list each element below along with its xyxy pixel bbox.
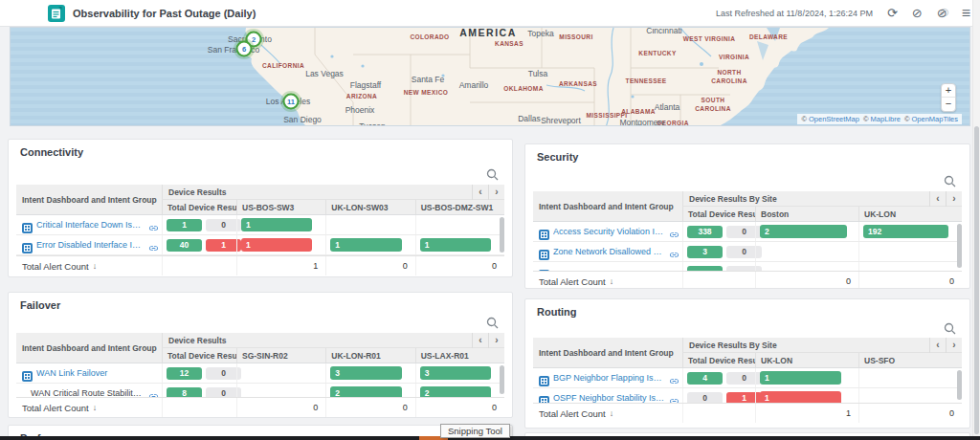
intent-link[interactable]: OSPF Neighbor Stability Issue [553, 393, 665, 403]
attribution-entry: © OpenMapTiles [904, 115, 958, 123]
attribution-link[interactable]: OpenStreetMap [809, 115, 859, 123]
panel-security: Security Intent Dashboard and Intent Gro… [524, 143, 970, 289]
total-alert-value: 0 [415, 256, 504, 275]
sort-descending-icon[interactable]: ↓ [93, 403, 98, 412]
link-icon[interactable] [148, 240, 159, 251]
panel-title: Routing [537, 306, 577, 318]
map-city-label: Atlanta [655, 102, 679, 112]
map-state-label: ALABAMA [621, 108, 656, 117]
intent-dashboard-icon [539, 227, 549, 237]
table-rows-viewport: BGP Neighbor Flapping Issue401OSPF Neigh… [533, 368, 962, 403]
map-city-label: Montgomery [619, 118, 664, 126]
map-city-label: Cincinnati [646, 27, 681, 35]
intent-link[interactable]: Error Disabled Interface Issue [36, 240, 145, 250]
map-city-label: Las Vegas [305, 69, 344, 78]
sort-descending-icon[interactable]: ↓ [610, 276, 614, 286]
intent-table: Intent Dashboard and Intent GroupDevice … [533, 338, 962, 423]
table-scrollbar[interactable] [957, 370, 962, 400]
device-result-bar: 1 [420, 238, 491, 252]
map-cluster-marker[interactable]: 11 [283, 94, 300, 110]
last-refreshed-text: Last Refreshed at 11/8/2024, 1:26:24 PM [716, 9, 873, 18]
attribution-link[interactable]: OpenMapTiles [912, 115, 959, 123]
result-pill: 338 [687, 226, 723, 238]
map-cluster-marker[interactable]: 6 [236, 41, 253, 57]
link-icon[interactable] [669, 247, 679, 257]
device-result-bar: 1 [760, 371, 841, 385]
intent-link[interactable]: BGP Neighbor Flapping Issue [553, 373, 665, 383]
table-row: Critical Interface Down Issue101 [16, 215, 504, 235]
map-city-label: Amarillo [459, 80, 489, 90]
link-icon[interactable] [669, 393, 679, 404]
table-row: Access Security Violation Issue33802192 [533, 222, 962, 242]
prev-page-button[interactable]: ‹ [929, 191, 946, 207]
device-results-header: Device Results‹› [162, 333, 504, 348]
search-icon[interactable] [486, 317, 499, 329]
group-header-label: Device Results By Site [683, 194, 929, 204]
geo-map[interactable]: CALIFORNIAARIZONANEW MEXICOCOLORADOKANSA… [10, 27, 970, 126]
map-city-label: Tucson [359, 121, 386, 126]
total-alert-value: 0 [755, 272, 858, 289]
page-scrollbar-thumb[interactable] [974, 126, 979, 434]
attribution-entry: © OpenStreetMap [801, 115, 859, 123]
total-alert-value: 0 [325, 398, 414, 417]
table-scrollbar[interactable] [500, 217, 504, 253]
next-page-button[interactable]: › [946, 338, 962, 353]
prev-page-button[interactable]: ‹ [472, 333, 488, 348]
page-scrollbar[interactable] [972, 0, 980, 440]
sort-descending-icon[interactable]: ↓ [610, 408, 614, 418]
map-state-label: SOUTH CAROLINA [695, 97, 731, 114]
prev-page-button[interactable]: ‹ [929, 338, 946, 353]
search-icon[interactable] [486, 168, 499, 181]
panel-routing: Routing Intent Dashboard and Intent Grou… [524, 298, 970, 429]
refresh-icon[interactable]: ⟳ [887, 7, 898, 19]
menu-icon[interactable]: ≡ [962, 6, 970, 21]
app-header: Observability for Past Outage (Daily) La… [0, 0, 980, 27]
table-row [533, 262, 962, 271]
table-scrollbar[interactable] [500, 365, 504, 394]
intent-link[interactable]: Zone Network Disallowed Reachability ... [553, 247, 665, 256]
link-icon[interactable] [669, 373, 679, 384]
map-city-label: Tulsa [528, 69, 547, 78]
attribution-entry: © MapLibre [863, 115, 901, 123]
total-alert-value [162, 398, 236, 417]
sort-descending-icon[interactable]: ↓ [93, 261, 98, 271]
link-icon[interactable] [669, 227, 679, 237]
device-result-bar: 2 [760, 225, 847, 238]
link-icon[interactable] [148, 388, 159, 398]
map-state-label: ARKANSAS [559, 80, 597, 89]
total-alert-value [682, 272, 755, 289]
intent-dashboard-icon [22, 368, 33, 379]
device-result-bar: 2 [330, 386, 401, 397]
map-attribution: © OpenStreetMap© MapLibre© OpenMapTiles [797, 114, 962, 124]
intent-link[interactable]: Access Security Violation Issue [553, 227, 665, 236]
search-icon[interactable] [944, 175, 956, 187]
row-group-header: Intent Dashboard and Intent Group [16, 333, 162, 363]
total-alert-value: 0 [325, 256, 414, 275]
result-pill: 1 [167, 219, 202, 231]
zoom-out-button[interactable]: − [942, 98, 955, 111]
map-state-label: NORTH CAROLINA [711, 69, 747, 86]
intent-table: Intent Dashboard and Intent GroupDevice … [16, 333, 504, 417]
table-footer: Total Alert Count↓000 [16, 397, 504, 417]
intent-link[interactable]: Critical Interface Down Issue [36, 220, 145, 230]
group-header-label: Device Results [163, 187, 472, 197]
table-scrollbar[interactable] [957, 224, 962, 268]
link-icon[interactable] [148, 220, 159, 231]
panel-title: Connectivity [20, 146, 83, 158]
next-page-button[interactable]: › [488, 185, 504, 200]
row-group-header: Intent Dashboard and Intent Group [16, 185, 162, 214]
disable-widgets-icon[interactable]: ⊘ [937, 7, 947, 19]
intent-link[interactable]: WAN Link Failover [36, 368, 159, 378]
prev-page-button[interactable]: ‹ [472, 185, 488, 200]
disable-dashboard-icon[interactable]: ⊘ [912, 7, 923, 19]
next-page-button[interactable]: › [488, 333, 504, 348]
intent-dashboard-icon [539, 373, 549, 384]
result-pill [687, 266, 723, 272]
next-page-button[interactable]: › [946, 191, 962, 207]
column-header: Boston [755, 207, 858, 221]
table-row: Zone Network Disallowed Reachability ...… [533, 242, 962, 262]
column-header: Total Device Results [162, 348, 236, 363]
search-icon[interactable] [944, 322, 956, 335]
attribution-link[interactable]: MapLibre [871, 115, 901, 123]
zoom-in-button[interactable]: + [942, 84, 955, 98]
